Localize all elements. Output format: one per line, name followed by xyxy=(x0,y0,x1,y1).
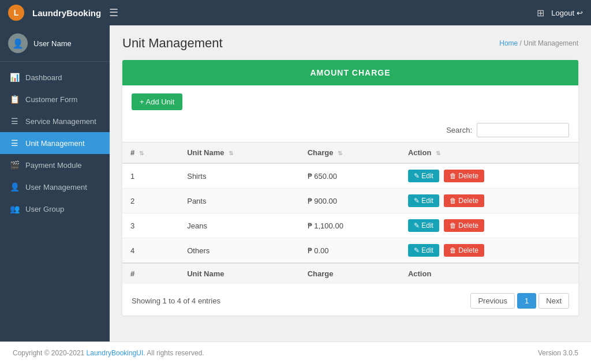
cell-unit-name: Others xyxy=(179,238,299,264)
delete-button[interactable]: 🗑 Delete xyxy=(444,170,484,182)
sidebar-item-dashboard[interactable]: 📊 Dashboard xyxy=(0,66,110,88)
user-name-label: User Name xyxy=(33,39,72,48)
app-logo: L xyxy=(8,5,24,21)
service-management-icon: ☰ xyxy=(9,117,20,126)
sidebar-user: 👤 User Name xyxy=(0,25,110,62)
footer-action: Action xyxy=(400,263,578,284)
breadcrumb-current: Unit Management xyxy=(523,39,578,47)
cell-unit-name: Jeans xyxy=(179,213,299,238)
copyright-text: Copyright © 2020-2021 xyxy=(13,349,87,357)
customer-form-label: Customer Form xyxy=(25,95,77,104)
cell-action: ✎ Edit 🗑 Delete xyxy=(400,213,578,238)
user-management-icon: 👤 xyxy=(9,182,20,192)
add-unit-button[interactable]: + Add Unit xyxy=(132,93,182,110)
table-row: 3 Jeans ₱ 1,100.00 ✎ Edit 🗑 Delete xyxy=(122,213,578,238)
cell-charge: ₱ 900.00 xyxy=(300,189,400,213)
payment-module-label: Payment Module xyxy=(25,161,82,170)
edit-button[interactable]: ✎ Edit xyxy=(408,170,439,182)
cell-num: 3 xyxy=(122,213,179,238)
rights-text: . All rights reserved. xyxy=(143,349,204,357)
pagination: Previous 1 Next xyxy=(470,293,569,309)
unit-management-label: Unit Management xyxy=(25,139,85,148)
delete-button[interactable]: 🗑 Delete xyxy=(444,219,484,232)
sidebar-item-user-management[interactable]: 👤 User Management xyxy=(0,176,110,198)
card-toolbar: + Add Unit xyxy=(122,85,578,118)
logout-icon: ↩ xyxy=(577,9,583,17)
cell-charge: ₱ 0.00 xyxy=(300,238,400,264)
cell-charge: ₱ 650.00 xyxy=(300,163,400,189)
footer: Copyright © 2020-2021 LaundryBookingUI. … xyxy=(0,342,591,364)
footer-charge: Charge xyxy=(300,263,400,284)
delete-button[interactable]: 🗑 Delete xyxy=(444,244,484,257)
unit-management-icon: ☰ xyxy=(9,138,20,148)
pagination-area: Showing 1 to 4 of 4 entries Previous 1 N… xyxy=(122,286,578,316)
footer-copyright: Copyright © 2020-2021 LaundryBookingUI. … xyxy=(13,349,204,357)
previous-button[interactable]: Previous xyxy=(470,293,515,309)
cell-action: ✎ Edit 🗑 Delete xyxy=(400,163,578,189)
sidebar-item-payment-module[interactable]: 🎬 Payment Module xyxy=(0,154,110,176)
main-card: AMOUNT CHARGE + Add Unit Search: xyxy=(122,60,578,316)
logout-label: Logout xyxy=(551,9,574,17)
col-charge: Charge ⇅ xyxy=(300,142,400,164)
sidebar-item-service-management[interactable]: ☰ Service Management xyxy=(0,110,110,132)
customer-form-icon: 📋 xyxy=(9,95,20,104)
dashboard-icon: 📊 xyxy=(9,73,20,82)
sidebar-item-customer-form[interactable]: 📋 Customer Form xyxy=(0,88,110,110)
footer-brand-link[interactable]: LaundryBookingUI xyxy=(87,349,144,357)
search-bar: Search: xyxy=(122,118,578,142)
table-header-row: # ⇅ Unit Name ⇅ Charge ⇅ xyxy=(122,142,578,164)
grid-icon[interactable]: ⊞ xyxy=(537,7,544,18)
sort-icon-action[interactable]: ⇅ xyxy=(436,150,440,156)
user-group-label: User Group xyxy=(25,205,64,213)
table-row: 1 Shirts ₱ 650.00 ✎ Edit 🗑 Delete xyxy=(122,163,578,189)
breadcrumb: Home / Unit Management xyxy=(499,39,578,47)
col-unit-name: Unit Name ⇅ xyxy=(179,142,299,164)
sidebar-item-user-group[interactable]: 👥 User Group xyxy=(0,198,110,220)
footer-num: # xyxy=(122,263,179,284)
cell-action: ✎ Edit 🗑 Delete xyxy=(400,238,578,264)
footer-unit-name: Unit Name xyxy=(179,263,299,284)
breadcrumb-home[interactable]: Home xyxy=(499,39,518,47)
cell-num: 2 xyxy=(122,189,179,213)
sort-icon-num[interactable]: ⇅ xyxy=(139,150,144,156)
page-title: Unit Management xyxy=(122,36,223,51)
dashboard-label: Dashboard xyxy=(25,73,62,82)
sidebar-nav: 📊 Dashboard 📋 Customer Form ☰ Service Ma… xyxy=(0,62,110,342)
avatar: 👤 xyxy=(8,33,28,53)
payment-module-icon: 🎬 xyxy=(9,160,20,170)
search-label: Search: xyxy=(446,126,472,134)
app-title: LaundryBooking xyxy=(32,8,101,18)
edit-button[interactable]: ✎ Edit xyxy=(408,219,439,232)
col-action: Action ⇅ xyxy=(400,142,578,164)
cell-num: 4 xyxy=(122,238,179,264)
data-table-wrapper: # ⇅ Unit Name ⇅ Charge ⇅ xyxy=(122,142,578,286)
hamburger-icon[interactable]: ☰ xyxy=(109,6,118,19)
next-button[interactable]: Next xyxy=(538,293,569,309)
page-1-button[interactable]: 1 xyxy=(517,293,536,309)
sidebar: 👤 User Name 📊 Dashboard 📋 Customer Form … xyxy=(0,25,110,342)
search-input[interactable] xyxy=(477,123,569,137)
table-footer-row: # Unit Name Charge Action xyxy=(122,263,578,284)
edit-button[interactable]: ✎ Edit xyxy=(408,194,439,207)
cell-action: ✎ Edit 🗑 Delete xyxy=(400,189,578,213)
cell-unit-name: Shirts xyxy=(179,163,299,189)
top-bar: L LaundryBooking ☰ ⊞ Logout ↩ xyxy=(0,0,591,25)
edit-button[interactable]: ✎ Edit xyxy=(408,244,439,257)
main-content: Unit Management Home / Unit Management A… xyxy=(110,25,591,342)
showing-text: Showing 1 to 4 of 4 entries xyxy=(132,297,220,305)
col-num: # ⇅ xyxy=(122,142,179,164)
sort-icon-charge[interactable]: ⇅ xyxy=(338,150,342,156)
table-row: 4 Others ₱ 0.00 ✎ Edit 🗑 Delete xyxy=(122,238,578,264)
user-management-label: User Management xyxy=(25,183,87,192)
unit-table: # ⇅ Unit Name ⇅ Charge ⇅ xyxy=(122,142,578,284)
user-group-icon: 👥 xyxy=(9,204,20,213)
delete-button[interactable]: 🗑 Delete xyxy=(444,194,484,207)
sort-icon-unit-name[interactable]: ⇅ xyxy=(229,150,233,156)
logout-button[interactable]: Logout ↩ xyxy=(551,9,583,17)
cell-charge: ₱ 1,100.00 xyxy=(300,213,400,238)
sidebar-item-unit-management[interactable]: ☰ Unit Management xyxy=(0,132,110,154)
service-management-label: Service Management xyxy=(25,117,96,126)
cell-unit-name: Pants xyxy=(179,189,299,213)
footer-version: Version 3.0.5 xyxy=(538,349,578,357)
cell-num: 1 xyxy=(122,163,179,189)
